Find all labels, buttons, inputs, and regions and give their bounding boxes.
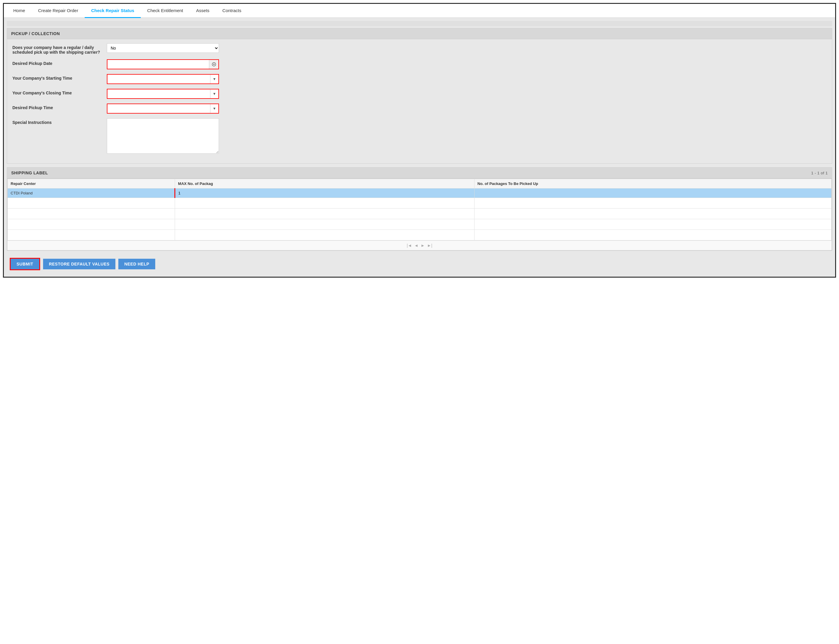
starting-time-select-wrapper: ▼: [107, 74, 219, 84]
scheduled-pickup-label: Does your company have a regular / daily…: [12, 43, 107, 54]
nav-check-entitlement[interactable]: Check Entitlement: [141, 4, 190, 18]
desired-pickup-date-input[interactable]: [107, 60, 209, 69]
table-empty-row-4: [8, 230, 832, 240]
col-max-packages: MAX No. of Packag: [175, 179, 474, 189]
shipping-section: SHIPPING LABEL 1 - 1 of 1 Repair Center …: [7, 167, 832, 251]
desired-pickup-time-label: Desired Pickup Time: [12, 104, 107, 110]
pagination-first-icon[interactable]: |◄: [407, 243, 412, 248]
scheduled-pickup-select[interactable]: No Yes: [107, 43, 219, 53]
pagination-next-icon[interactable]: ►: [421, 243, 425, 248]
closing-time-control: ▼: [107, 89, 827, 99]
cell-max-packages[interactable]: [175, 189, 474, 198]
cell-packages-to-pickup[interactable]: [474, 189, 831, 198]
closing-time-select[interactable]: [107, 89, 210, 98]
pickup-section-body: Does your company have a regular / daily…: [7, 39, 832, 163]
closing-time-select-wrapper: ▼: [107, 89, 219, 99]
nav-create-repair-order[interactable]: Create Repair Order: [31, 4, 85, 18]
pickup-section-header: PICKUP / COLLECTION: [7, 28, 832, 39]
starting-time-select[interactable]: [107, 75, 210, 84]
starting-time-control: ▼: [107, 74, 827, 84]
desired-pickup-date-control: [107, 59, 827, 69]
restore-button[interactable]: RESTORE DEFAULT VALUES: [43, 259, 115, 269]
closing-time-label: Your Company's Closing Time: [12, 89, 107, 95]
shipping-table-wrap: Repair Center MAX No. of Packag No. of P…: [7, 179, 832, 250]
desired-pickup-time-row: Desired Pickup Time ▼: [12, 104, 827, 113]
pickup-section: PICKUP / COLLECTION Does your company ha…: [7, 28, 832, 164]
nav-home[interactable]: Home: [7, 4, 31, 18]
bottom-bar: SUBMIT RESTORE DEFAULT VALUES NEED HELP: [7, 254, 832, 274]
table-empty-row-1: [8, 198, 832, 209]
pagination-bar: |◄ ◄ ► ►|: [7, 240, 832, 250]
table-empty-row-2: [8, 209, 832, 219]
starting-time-label: Your Company's Starting Time: [12, 74, 107, 80]
main-content: PICKUP / COLLECTION Does your company ha…: [4, 18, 835, 277]
shipping-table: Repair Center MAX No. of Packag No. of P…: [7, 179, 832, 240]
desired-pickup-time-select-wrapper: ▼: [107, 104, 219, 113]
shipping-section-header: SHIPPING LABEL 1 - 1 of 1: [7, 168, 832, 179]
desired-pickup-time-select[interactable]: [107, 104, 210, 113]
starting-time-row: Your Company's Starting Time ▼: [12, 74, 827, 84]
table-row[interactable]: CTDI Poland: [8, 189, 832, 198]
starting-time-chevron-icon: ▼: [210, 75, 219, 84]
submit-button[interactable]: SUBMIT: [10, 258, 40, 270]
cell-repair-center: CTDI Poland: [8, 189, 175, 198]
svg-point-1: [213, 64, 215, 65]
desired-pickup-time-control: ▼: [107, 104, 827, 113]
closing-time-row: Your Company's Closing Time ▼: [12, 89, 827, 99]
app-container: Home Create Repair Order Check Repair St…: [3, 3, 836, 278]
desired-pickup-date-row: Desired Pickup Date: [12, 59, 827, 69]
date-input-wrapper: [107, 59, 219, 69]
special-instructions-control: [107, 118, 827, 154]
scheduled-pickup-control: No Yes: [107, 43, 827, 53]
help-button[interactable]: NEED HELP: [118, 259, 155, 269]
pagination-prev-icon[interactable]: ◄: [415, 243, 418, 248]
scheduled-pickup-row: Does your company have a regular / daily…: [12, 43, 827, 54]
special-instructions-label: Special Instructions: [12, 118, 107, 125]
pagination-last-icon[interactable]: ►|: [427, 243, 432, 248]
desired-pickup-date-label: Desired Pickup Date: [12, 59, 107, 66]
desired-pickup-time-chevron-icon: ▼: [210, 104, 219, 113]
shipping-section-title: SHIPPING LABEL: [11, 171, 48, 175]
nav-bar: Home Create Repair Order Check Repair St…: [4, 4, 835, 18]
nav-assets[interactable]: Assets: [190, 4, 216, 18]
calendar-icon[interactable]: [209, 60, 219, 69]
col-repair-center: Repair Center: [8, 179, 175, 189]
special-instructions-row: Special Instructions: [12, 118, 827, 154]
top-gray-bar: [7, 21, 832, 26]
pickup-section-title: PICKUP / COLLECTION: [11, 31, 60, 36]
special-instructions-textarea[interactable]: [107, 118, 219, 154]
closing-time-chevron-icon: ▼: [210, 89, 219, 98]
nav-contracts[interactable]: Contracts: [216, 4, 248, 18]
col-packages-to-pickup: No. of Packages To Be Picked Up: [474, 179, 831, 189]
max-packages-input[interactable]: [178, 191, 471, 195]
shipping-pagination-info: 1 - 1 of 1: [811, 171, 828, 175]
nav-check-repair-status[interactable]: Check Repair Status: [85, 4, 141, 18]
table-empty-row-3: [8, 219, 832, 230]
table-header-row: Repair Center MAX No. of Packag No. of P…: [8, 179, 832, 189]
